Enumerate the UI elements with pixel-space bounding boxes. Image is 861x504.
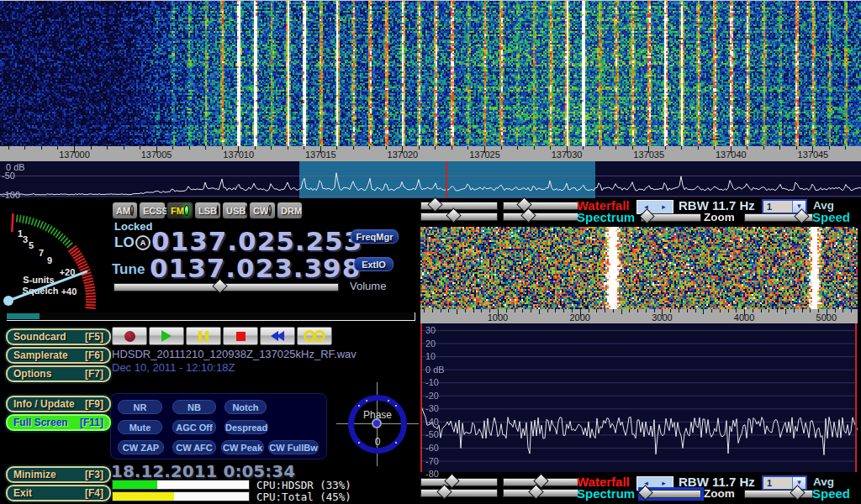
mode-button-fm[interactable]: FM [166, 202, 193, 219]
mode-button-cw[interactable]: CW [249, 202, 276, 219]
side-button-info-update[interactable]: Info / Update[F9] [6, 396, 111, 412]
mode-led [246, 205, 247, 216]
frequency-tick-label: 3000 [635, 312, 689, 323]
speed-slider-top[interactable] [744, 213, 813, 222]
right-arrow-icon[interactable]: ▸ [662, 477, 666, 490]
scale-tick [189, 146, 190, 150]
tune-marker-line [446, 161, 447, 198]
dsp-button-notch[interactable]: Notch [224, 400, 267, 414]
waterfall-contrast-slider-top-thumb[interactable] [427, 197, 442, 212]
db-scale-label: -50 [2, 171, 15, 181]
transport-loop-button[interactable] [297, 327, 332, 345]
squelch-bar[interactable] [7, 312, 415, 321]
waterfall-contrast-slider-bottom[interactable] [420, 478, 498, 486]
dsp-panel: NRNBNotchMuteAGC OffDespreadCW ZAPCW AFC… [110, 393, 327, 459]
mode-button-lsb[interactable]: LSB [194, 202, 221, 219]
scale-tick [353, 146, 354, 150]
lo-label: LO [114, 234, 135, 251]
scale-tick [785, 309, 786, 314]
lo-frequency-display[interactable]: 0137.025.253 [151, 228, 362, 255]
scale-tick [698, 146, 699, 150]
tune-frequency-display[interactable]: 0137.023.398 [150, 255, 361, 281]
mode-button-drm[interactable]: DRM [277, 202, 303, 219]
scale-tick [41, 146, 42, 150]
volume-label: Volume [350, 280, 386, 292]
lo-auto-badge[interactable]: A [135, 235, 151, 250]
volume-slider[interactable] [114, 283, 339, 291]
side-button-soundcard[interactable]: Soundcard[F5] [6, 328, 111, 345]
side-button-minimize[interactable]: Minimize[F3] [6, 466, 111, 483]
db-scale-label: -10 [425, 377, 439, 387]
right-arrow-icon[interactable]: ▸ [662, 201, 666, 213]
scale-tick [432, 309, 433, 312]
scale-tick [288, 146, 288, 150]
zoomed-waterfall-display[interactable] [420, 227, 858, 309]
side-button-label: Samplerate [13, 349, 68, 361]
recording-timestamp: Dec 10, 2011 - 12:10:18Z [112, 361, 235, 374]
spectrum-label-bottom: Spectrum [577, 486, 635, 501]
zoom-slider-bottom[interactable] [641, 490, 701, 498]
waterfall-brightness-slider-top[interactable] [503, 202, 578, 210]
spectrum-brightness-slider-top[interactable] [503, 213, 578, 221]
cpu-bar-fill [113, 480, 157, 489]
speed-label-top: Speed [812, 210, 850, 224]
mode-button-ecss[interactable]: ECSS [139, 202, 166, 219]
waterfall-brightness-slider-bottom[interactable] [503, 478, 578, 486]
scale-tick [441, 309, 441, 312]
frequency-tick-label: 137030 [540, 150, 594, 160]
scale-tick [615, 146, 616, 150]
mode-button-am[interactable]: AM [112, 202, 138, 219]
side-button-samplerate[interactable]: Samplerate[F6] [6, 347, 111, 364]
dsp-button-despread[interactable]: Despread [224, 420, 268, 434]
spectrum-contrast-slider-bottom[interactable] [420, 489, 498, 497]
waterfall-contrast-slider-top[interactable] [420, 202, 498, 210]
transport-stop-button[interactable] [223, 327, 258, 345]
svg-text:5: 5 [29, 240, 34, 250]
dsp-button-nb[interactable]: NB [172, 400, 216, 414]
mode-button-usb[interactable]: USB [222, 202, 248, 219]
db-scale-label: -30 [425, 403, 439, 413]
audio-frequency-scale[interactable]: 10002000300040005000 [420, 309, 858, 323]
scale-tick [600, 146, 600, 150]
side-button-label: Soundcard [13, 331, 66, 343]
spectrum-brightness-slider-bottom[interactable] [503, 489, 578, 497]
main-waterfall-display[interactable] [0, 1, 861, 146]
main-frequency-scale[interactable]: 1370001370051370101370151370201370251370… [0, 146, 861, 161]
side-button-exit[interactable]: Exit[F4] [6, 485, 111, 501]
scale-tick [777, 309, 778, 312]
spectrum-contrast-slider-top[interactable] [420, 213, 498, 221]
dsp-button-cw-peak[interactable]: CW Peak [221, 440, 264, 454]
transport-record-button[interactable] [112, 327, 147, 345]
transport-play-button[interactable] [149, 327, 184, 345]
transport-rewind-button[interactable] [260, 327, 295, 345]
frequency-tick-label: 137045 [786, 150, 840, 160]
dsp-button-agc-off[interactable]: AGC Off [172, 420, 216, 434]
zoomed-spectrum-display[interactable]: 3020100 dB-10-20-30-40-50-60-70-80 [420, 323, 858, 472]
side-button-full-screen[interactable]: Full Screen[F11] [6, 414, 111, 431]
scale-tick [124, 146, 124, 150]
tune-label: Tune [112, 261, 145, 278]
mode-button-label: LSB [198, 206, 217, 216]
dsp-button-cw-zap[interactable]: CW ZAP [118, 440, 164, 454]
spectrum-contrast-slider-top-thumb[interactable] [446, 207, 461, 223]
frequency-tick-label: 137035 [622, 150, 676, 160]
scale-tick [448, 309, 449, 312]
speed-slider-bottom[interactable] [744, 490, 813, 498]
zoom-slider-top[interactable] [641, 213, 701, 222]
main-spectrum-display[interactable]: 0 dB-50-100 [0, 161, 861, 198]
scale-tick [779, 146, 780, 150]
zoomed-spectrum-trace [420, 323, 858, 472]
side-button-key: [F6] [85, 349, 103, 361]
dsp-button-nr[interactable]: NR [118, 400, 162, 414]
dsp-button-cw-afc[interactable]: CW AFC [172, 440, 216, 454]
transport-pause-button[interactable] [186, 327, 221, 345]
db-scale-label: 30 [425, 325, 436, 335]
scale-tick [24, 146, 25, 150]
side-button-options[interactable]: Options[F7] [6, 365, 111, 382]
main-spectrum-trace [0, 161, 861, 198]
freqmgr-button[interactable]: FreqMgr [351, 229, 399, 244]
frequency-tick-label: 1000 [471, 312, 525, 323]
extio-button[interactable]: ExtIO [354, 257, 394, 271]
dsp-button-mute[interactable]: Mute [118, 420, 162, 434]
dsp-button-cw-fullbw[interactable]: CW FullBw [268, 440, 319, 454]
